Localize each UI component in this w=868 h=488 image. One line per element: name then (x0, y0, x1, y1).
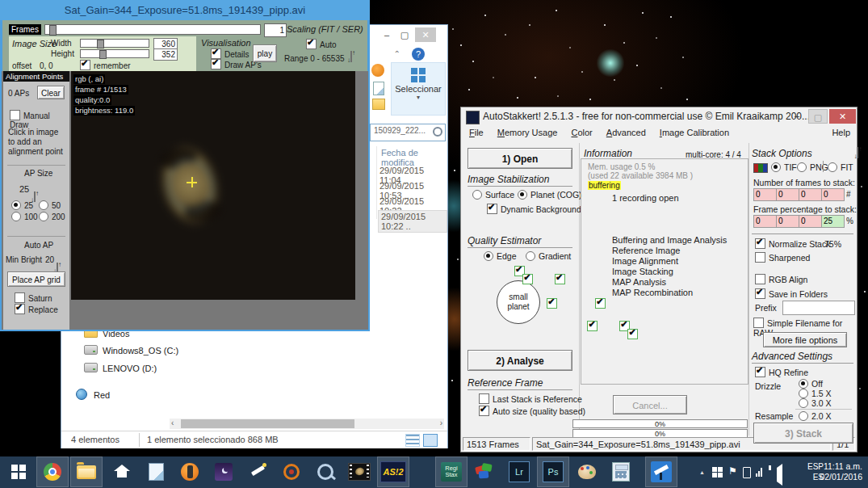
planet-cog-radio[interactable]: Planet (COG) (518, 190, 582, 200)
save-in-folders-checkbox[interactable]: Save in Folders (755, 288, 828, 299)
prefix-input[interactable] (782, 301, 855, 315)
taskbar-home[interactable] (107, 457, 137, 486)
tray-network-icon[interactable] (756, 468, 762, 477)
drizzle-15-radio[interactable]: 1.5 X (799, 389, 832, 398)
frames-stack-input[interactable] (799, 188, 822, 201)
sample-area-checkbox[interactable] (522, 274, 533, 284)
taskbar-photos[interactable] (470, 457, 501, 486)
range-spin-button[interactable] (350, 51, 352, 62)
surface-radio[interactable]: Surface (472, 190, 514, 200)
ap-size-200-radio[interactable]: 200 (39, 212, 65, 221)
close-button[interactable]: ✕ (829, 109, 856, 124)
details-view-icon[interactable] (405, 434, 420, 447)
taskbar-notepad[interactable] (140, 457, 171, 486)
explorer-maximize-button[interactable]: ▢ (397, 27, 412, 42)
height-value[interactable]: 352 (153, 48, 178, 61)
taskbar-hand-controller[interactable] (174, 457, 205, 486)
thumbnail-view-icon[interactable] (423, 434, 438, 447)
drizzle-30-radio[interactable]: 3.0 X (799, 398, 832, 408)
taskbar-lightroom[interactable]: Lr (504, 457, 535, 486)
scroll-right-icon[interactable]: › (440, 419, 442, 427)
taskbar-planetarium[interactable] (276, 457, 307, 486)
stack-button[interactable]: 3) Stack (753, 423, 853, 444)
sidebar-item-drive-c[interactable]: Windows8_OS (C:) (84, 345, 178, 355)
fit-radio[interactable]: FIT (828, 162, 853, 172)
search-icon[interactable] (433, 127, 442, 137)
analyse-button[interactable]: 2) Analyse (468, 350, 572, 371)
file-row-selected[interactable]: 29/09/2015 10:22 .. (378, 210, 447, 233)
sidebar-item-network[interactable]: Red (76, 389, 110, 400)
auto-size-checkbox[interactable]: Auto size (quality based) (479, 406, 585, 416)
percent-stack-input[interactable] (821, 215, 845, 228)
search-input[interactable] (372, 125, 432, 136)
taskbar-autostakkert[interactable]: AS!2 (378, 457, 409, 486)
search-box[interactable] (370, 124, 446, 141)
taskbar-pipp[interactable] (344, 457, 375, 486)
tray-expand-icon[interactable]: ▲ (699, 469, 705, 475)
menu-image-calibration[interactable]: Image Calibration (660, 128, 729, 137)
replace-checkbox[interactable]: Replace (15, 304, 58, 314)
help-icon[interactable]: ? (412, 48, 425, 61)
tray-volume-icon[interactable] (777, 464, 782, 486)
frames-slider[interactable] (44, 24, 261, 35)
taskbar-explorer[interactable] (71, 457, 102, 486)
frames-stack-input[interactable] (776, 188, 799, 201)
menu-color[interactable]: Color (571, 128, 592, 137)
taskbar-night-sky-app[interactable] (208, 457, 239, 486)
history-icon[interactable] (372, 99, 385, 110)
hq-refine-checkbox[interactable]: HQ Refine (755, 367, 808, 377)
tray-flag-icon[interactable]: ⚑ (728, 465, 737, 477)
manual-draw-checkbox[interactable]: Manual Draw (10, 110, 69, 129)
more-file-options-button[interactable]: More file options (763, 332, 847, 347)
frame-viewer-title[interactable]: Sat_Gain=344_Exposure=51.8ms_191439_pipp… (0, 0, 370, 20)
taskbar-telescope-app[interactable] (242, 457, 273, 486)
taskbar-registax[interactable]: RegiStax (436, 457, 467, 486)
width-slider-thumb[interactable] (97, 40, 104, 48)
frames-stack-input[interactable] (753, 188, 777, 201)
menu-memory-usage[interactable]: Memory Usage (497, 128, 558, 137)
play-button[interactable]: play (253, 44, 277, 62)
horizontal-scrollbar[interactable]: ‹ › (170, 419, 444, 429)
minimize-button[interactable]: – (787, 109, 807, 124)
open-button[interactable]: 1) Open (468, 148, 572, 169)
frame-image-view[interactable]: rgb (, ai) frame # 1/1513 quality:0.0 br… (71, 71, 355, 300)
scroll-left-icon[interactable]: ‹ (171, 419, 174, 427)
percent-stack-input[interactable] (799, 215, 822, 228)
ap-size-100-radio[interactable]: 100 (11, 212, 38, 221)
tray-usb-icon[interactable] (743, 467, 751, 478)
sample-area-checkbox[interactable] (547, 298, 557, 309)
cancel-button[interactable]: Cancel... (613, 395, 687, 414)
height-slider-thumb[interactable] (99, 50, 107, 59)
ap-size-spin-button[interactable] (34, 191, 36, 202)
explorer-close-button[interactable]: ✕ (415, 27, 436, 42)
height-slider[interactable] (80, 49, 149, 58)
dynamic-background-checkbox[interactable]: Dynamic Background (487, 204, 581, 214)
explorer-minimize-button[interactable]: – (379, 27, 394, 42)
taskbar-viewer[interactable] (310, 457, 341, 486)
last-stack-checkbox[interactable]: Last Stack is Reference (479, 393, 582, 404)
ribbon-collapse-icon[interactable]: ⌃ (394, 49, 400, 58)
new-item-icon[interactable] (373, 82, 384, 95)
taskbar-chrome[interactable] (37, 457, 68, 486)
frame-number-input[interactable]: 1 (264, 23, 287, 37)
edge-radio[interactable]: Edge (484, 251, 517, 261)
percent-stack-input[interactable] (753, 215, 777, 228)
clear-button[interactable]: Clear (37, 86, 65, 99)
gradient-radio[interactable]: Gradient (526, 251, 571, 261)
remember-checkbox[interactable]: remember (80, 60, 131, 70)
taskbar-scope-blue[interactable] (646, 457, 677, 486)
tray-clock[interactable]: 11:11 a.m. 02/01/2016 (807, 461, 862, 482)
menu-file[interactable]: File (469, 128, 484, 137)
play-media-icon[interactable] (371, 64, 384, 77)
normalize-stack-checkbox[interactable]: Normalize Stack (755, 238, 830, 249)
scaling-auto-checkbox[interactable]: Auto (306, 39, 337, 49)
start-button[interactable] (3, 457, 34, 486)
sample-area-checkbox[interactable] (555, 274, 565, 284)
select-button[interactable]: Seleccionar ▾ (391, 62, 446, 116)
tif-radio[interactable]: TIF (771, 162, 797, 172)
percent-stack-input[interactable] (776, 215, 799, 228)
ap-size-25-radio[interactable]: 25 (11, 200, 33, 210)
sharpened-checkbox[interactable]: Sharpened (755, 252, 810, 263)
taskbar-paint[interactable] (572, 457, 602, 486)
sidebar-item-drive-d[interactable]: LENOVO (D:) (84, 363, 157, 373)
